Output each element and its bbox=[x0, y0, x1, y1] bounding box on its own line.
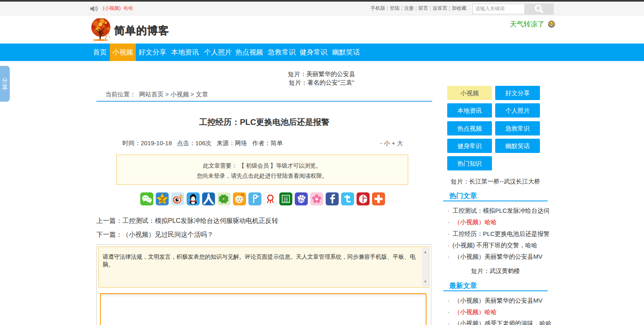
svg-text:du: du bbox=[299, 198, 304, 203]
svg-text:豆: 豆 bbox=[283, 196, 289, 203]
